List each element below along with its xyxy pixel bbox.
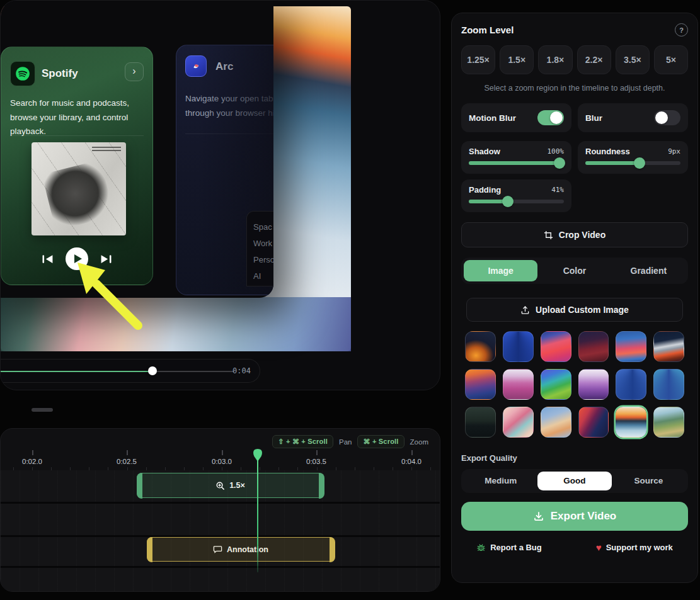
- wallpaper-thumb[interactable]: [465, 331, 496, 362]
- menu-item: Spac: [253, 219, 273, 235]
- quality-medium[interactable]: Medium: [464, 472, 537, 490]
- zoom-option-button[interactable]: 3.5×: [616, 45, 650, 74]
- padding-value: 41%: [551, 186, 564, 194]
- background-type-tabs: Image Color Gradient: [461, 258, 688, 284]
- recorded-screen: Spotify › Search for music and podcasts,…: [0, 0, 273, 298]
- wallpaper-grid: [461, 331, 688, 438]
- playback-remaining: [152, 371, 234, 373]
- zoom-clip-label: 1.5×: [229, 481, 245, 490]
- tab-gradient[interactable]: Gradient: [612, 260, 686, 281]
- support-link[interactable]: ♥ Support my work: [596, 542, 673, 553]
- report-bug-link[interactable]: Report a Bug: [476, 542, 542, 553]
- wallpaper-thumb[interactable]: [503, 331, 534, 362]
- timeline-ruler: 0:02.0 0:02.5 0:03.0 0:03.5 0:04.0: [1, 450, 440, 470]
- wallpaper-thumb[interactable]: [503, 407, 534, 438]
- wallpaper-thumb[interactable]: [616, 331, 646, 362]
- roundness-slider[interactable]: [585, 161, 680, 165]
- zoom-level-options: 1.25× 1.5× 1.8× 2.2× 3.5× 5×: [461, 45, 688, 74]
- wallpaper-thumb[interactable]: [653, 407, 684, 438]
- timeline-playhead[interactable]: [253, 449, 262, 575]
- playhead-line: [257, 458, 258, 572]
- ruler-label: 0:03.0: [212, 458, 232, 465]
- playback-progress: [0, 371, 152, 373]
- blur-card: Blur: [578, 103, 688, 132]
- padding-slider-knob[interactable]: [502, 196, 514, 207]
- motion-blur-card: Motion Blur: [461, 103, 571, 132]
- quality-source[interactable]: Source: [612, 472, 686, 490]
- playback-scrubber-handle[interactable]: [148, 366, 157, 375]
- wallpaper-thumb-selected[interactable]: [616, 407, 646, 438]
- arc-card-title: Arc: [215, 60, 233, 73]
- spotify-logo-icon: [10, 61, 35, 86]
- next-track-icon: [99, 254, 113, 264]
- download-icon: [533, 511, 544, 522]
- zoom-option-button[interactable]: 1.8×: [538, 45, 572, 74]
- empty-track[interactable]: [1, 568, 440, 592]
- video-preview-area[interactable]: Spotify › Search for music and podcasts,…: [0, 0, 440, 390]
- shadow-label: Shadow: [469, 147, 500, 156]
- padding-slider-card: Padding 41%: [461, 179, 571, 212]
- menu-item: AI: [253, 268, 273, 285]
- spotify-extension-card: Spotify › Search for music and podcasts,…: [1, 47, 153, 285]
- shadow-slider-knob[interactable]: [554, 157, 565, 169]
- help-icon[interactable]: ?: [675, 23, 688, 37]
- speech-bubble-icon: [213, 545, 222, 554]
- padding-slider[interactable]: [469, 200, 564, 203]
- roundness-slider-knob[interactable]: [634, 157, 645, 169]
- arc-card-description: Navigate your open tabs through your bro…: [185, 92, 273, 120]
- preview-wallpaper-bottom-strip: [1, 297, 351, 351]
- wallpaper-thumb[interactable]: [541, 369, 571, 400]
- crop-icon: [544, 230, 553, 240]
- ruler-label: 0:02.5: [117, 458, 137, 465]
- zoom-option-button[interactable]: 1.25×: [461, 45, 495, 74]
- shadow-value: 100%: [548, 147, 565, 156]
- pan-shortcut-badge: ⇧ + ⌘ + Scroll: [272, 435, 333, 448]
- wallpaper-thumb[interactable]: [503, 369, 534, 400]
- shadow-slider[interactable]: [469, 161, 564, 165]
- wallpaper-thumb[interactable]: [578, 331, 609, 362]
- preview-playback-bar[interactable]: 0:04: [0, 359, 260, 383]
- annotation-clip[interactable]: Annotation: [147, 537, 335, 562]
- tab-color[interactable]: Color: [537, 260, 611, 281]
- export-video-button[interactable]: Export Video: [461, 502, 688, 531]
- wallpaper-thumb[interactable]: [541, 331, 571, 362]
- wallpaper-thumb[interactable]: [465, 407, 496, 438]
- pan-shortcut-label: Pan: [339, 438, 352, 446]
- tab-image[interactable]: Image: [464, 260, 537, 281]
- previous-track-icon: [41, 254, 55, 264]
- zoom-option-button[interactable]: 2.2×: [577, 45, 611, 74]
- heart-icon: ♥: [596, 542, 602, 553]
- wallpaper-thumb[interactable]: [616, 369, 646, 400]
- wallpaper-thumb[interactable]: [653, 331, 684, 362]
- upload-custom-image-button[interactable]: Upload Custom Image: [466, 298, 683, 322]
- ruler-label: 0:04.0: [401, 458, 422, 465]
- export-quality-options: Medium Good Source: [461, 469, 688, 493]
- app-window: Spotify › Search for music and podcasts,…: [0, 0, 700, 600]
- album-art: [32, 142, 126, 235]
- wallpaper-thumb[interactable]: [578, 369, 609, 400]
- motion-blur-toggle[interactable]: [537, 110, 564, 125]
- ruler-label: 0:03.5: [306, 458, 326, 465]
- zoom-option-button[interactable]: 1.5×: [500, 45, 534, 74]
- bug-icon: [476, 543, 486, 552]
- upload-icon: [520, 305, 530, 315]
- zoom-option-button[interactable]: 5×: [654, 45, 688, 74]
- quality-good[interactable]: Good: [537, 472, 611, 490]
- spotify-card-title: Spotify: [42, 67, 78, 80]
- wallpaper-thumb[interactable]: [653, 369, 684, 400]
- wallpaper-thumb[interactable]: [578, 407, 609, 438]
- padding-label: Padding: [469, 185, 501, 195]
- menu-item: Perso: [253, 252, 273, 268]
- blur-toggle[interactable]: [654, 110, 680, 125]
- player-controls: [1, 247, 152, 270]
- zoom-region-clip[interactable]: 1.5×: [137, 473, 324, 498]
- crop-video-button[interactable]: Crop Video: [461, 222, 688, 247]
- empty-track[interactable]: [1, 504, 440, 535]
- panel-resize-handle[interactable]: [32, 408, 53, 412]
- wallpaper-thumb[interactable]: [465, 369, 496, 400]
- ruler-label: 0:02.0: [22, 458, 42, 465]
- timeline-panel[interactable]: ⇧ + ⌘ + Scroll Pan ⌘ + Scroll Zoom 0:02.…: [0, 428, 440, 592]
- wallpaper-thumb[interactable]: [541, 407, 571, 438]
- album-art-figure: [42, 160, 114, 230]
- roundness-slider-card: Roundness 9px: [578, 141, 688, 174]
